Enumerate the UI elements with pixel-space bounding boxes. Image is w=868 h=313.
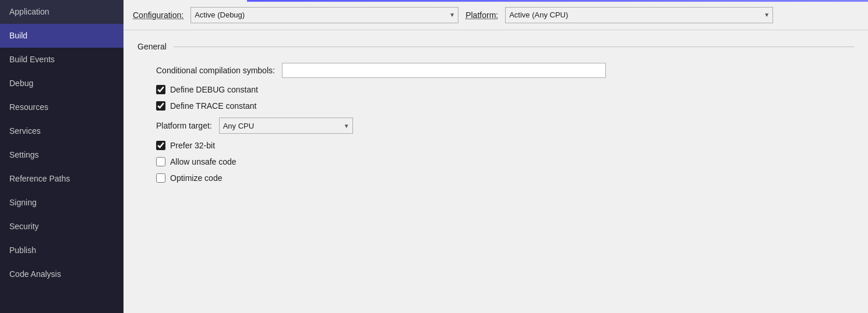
platform-select[interactable]: Active (Any CPU) Any CPU x86 x64 <box>505 7 773 23</box>
sidebar-item-label: Debug <box>9 79 33 88</box>
content-area: General Conditional compilation symbols:… <box>124 30 868 313</box>
sidebar-item-label: Build Events <box>9 55 55 64</box>
optimize-code-checkbox[interactable] <box>156 173 165 183</box>
allow-unsafe-checkbox[interactable] <box>156 157 165 166</box>
prefer-32bit-row: Prefer 32-bit <box>137 141 854 150</box>
general-section-heading: General <box>137 42 854 51</box>
define-trace-row: Define TRACE constant <box>137 101 854 111</box>
platform-target-select[interactable]: Any CPU x86 x64 ARM <box>219 118 353 134</box>
sidebar-item-label: Reference Paths <box>9 174 70 183</box>
sidebar-item-debug[interactable]: Debug <box>0 72 124 95</box>
sidebar-item-label: Resources <box>9 102 48 112</box>
optimize-code-row: Optimize code <box>137 173 854 183</box>
sidebar-item-publish[interactable]: Publish <box>0 239 124 262</box>
define-debug-row: Define DEBUG constant <box>137 85 854 94</box>
configuration-label: Configuration: <box>133 10 184 20</box>
main-content: Configuration: Active (Debug) Debug Rele… <box>124 0 868 313</box>
allow-unsafe-row: Allow unsafe code <box>137 157 854 166</box>
sidebar-item-label: Settings <box>9 150 39 159</box>
sidebar-item-services[interactable]: Services <box>0 119 124 143</box>
sidebar-item-application[interactable]: Application <box>0 0 124 24</box>
conditional-symbols-input[interactable] <box>282 63 606 78</box>
prefer-32bit-checkbox[interactable] <box>156 141 165 150</box>
sidebar-item-label: Services <box>9 126 41 136</box>
sidebar-item-label: Application <box>9 7 50 16</box>
sidebar-item-label: Signing <box>9 198 37 207</box>
section-divider <box>174 47 854 47</box>
platform-target-label: Platform target: <box>156 121 212 130</box>
optimize-code-label: Optimize code <box>170 173 222 183</box>
define-trace-checkbox[interactable] <box>156 101 165 111</box>
section-heading-label: General <box>137 42 167 51</box>
platform-select-wrapper: Active (Any CPU) Any CPU x86 x64 ▼ <box>505 7 773 23</box>
prefer-32bit-label: Prefer 32-bit <box>170 141 215 150</box>
config-bar: Configuration: Active (Debug) Debug Rele… <box>124 0 868 30</box>
conditional-symbols-row: Conditional compilation symbols: <box>137 63 854 78</box>
sidebar-item-signing[interactable]: Signing <box>0 191 124 215</box>
configuration-select-wrapper: Active (Debug) Debug Release All Configu… <box>190 7 458 23</box>
top-accent-bar <box>247 0 868 2</box>
platform-label: Platform: <box>465 10 498 20</box>
allow-unsafe-label: Allow unsafe code <box>170 157 237 166</box>
sidebar-item-label: Code Analysis <box>9 269 61 279</box>
sidebar-item-code-analysis[interactable]: Code Analysis <box>0 262 124 286</box>
platform-target-select-wrapper: Any CPU x86 x64 ARM ▼ <box>219 118 353 134</box>
platform-target-row: Platform target: Any CPU x86 x64 ARM ▼ <box>137 118 854 134</box>
define-debug-label: Define DEBUG constant <box>170 85 258 94</box>
sidebar: Application Build Build Events Debug Res… <box>0 0 124 313</box>
conditional-symbols-label: Conditional compilation symbols: <box>156 66 275 75</box>
define-trace-label: Define TRACE constant <box>170 101 256 111</box>
sidebar-item-security[interactable]: Security <box>0 215 124 239</box>
define-debug-checkbox[interactable] <box>156 85 165 94</box>
sidebar-item-label: Security <box>9 222 39 231</box>
sidebar-item-build-events[interactable]: Build Events <box>0 48 124 72</box>
configuration-select[interactable]: Active (Debug) Debug Release All Configu… <box>190 7 458 23</box>
sidebar-item-resources[interactable]: Resources <box>0 95 124 119</box>
sidebar-item-reference-paths[interactable]: Reference Paths <box>0 167 124 191</box>
sidebar-item-label: Publish <box>9 246 36 255</box>
sidebar-item-label: Build <box>9 31 27 40</box>
sidebar-item-settings[interactable]: Settings <box>0 143 124 167</box>
sidebar-item-build[interactable]: Build <box>0 24 124 48</box>
